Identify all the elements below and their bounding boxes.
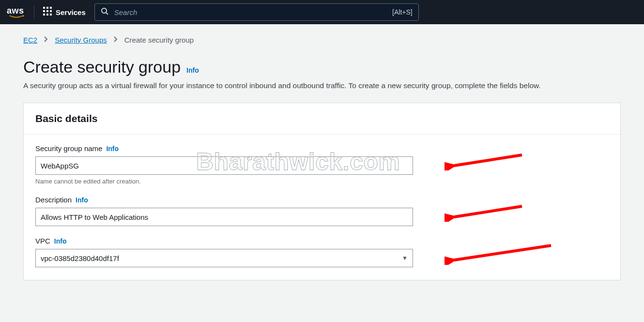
- services-label: Services: [56, 8, 86, 16]
- search-shortcut: [Alt+S]: [392, 8, 413, 16]
- svg-rect-8: [50, 14, 52, 15]
- aws-logo-text: aws: [7, 6, 27, 16]
- aws-logo[interactable]: aws: [7, 5, 34, 19]
- field-description: Description Info: [35, 196, 609, 226]
- card-body: Security group name Info Name cannot be …: [24, 135, 620, 280]
- chevron-right-icon: [44, 36, 48, 44]
- svg-line-12: [454, 155, 522, 166]
- svg-rect-7: [46, 14, 48, 15]
- chevron-right-icon: [114, 36, 118, 44]
- grid-icon: [43, 7, 52, 17]
- svg-rect-4: [46, 10, 48, 12]
- page-content: EC2 Security Groups Create security grou…: [0, 24, 644, 280]
- svg-rect-5: [50, 10, 52, 12]
- top-nav: aws Services [Alt+S]: [0, 0, 644, 24]
- svg-rect-2: [50, 7, 52, 9]
- vpc-select[interactable]: vpc-0385d2380d40df17f ▼: [35, 249, 413, 267]
- search-bar[interactable]: [Alt+S]: [94, 3, 419, 21]
- services-button[interactable]: Services: [43, 7, 86, 17]
- vpc-label: VPC: [35, 237, 50, 245]
- caret-down-icon: ▼: [402, 255, 408, 261]
- annotation-arrow-icon: [445, 244, 556, 265]
- search-icon: [101, 7, 108, 17]
- vpc-selected-value: vpc-0385d2380d40df17f: [41, 254, 119, 262]
- sg-name-hint: Name cannot be edited after creation.: [35, 178, 609, 185]
- page-title-row: Create security group Info: [23, 58, 621, 77]
- annotation-arrow-icon: [445, 152, 527, 170]
- info-link-sg-name[interactable]: Info: [106, 145, 119, 153]
- card-header: Basic details: [24, 103, 620, 135]
- annotation-arrow-icon: [445, 203, 527, 222]
- info-link-description[interactable]: Info: [76, 196, 88, 204]
- svg-point-9: [102, 8, 107, 13]
- card-title: Basic details: [35, 113, 609, 124]
- info-link-title[interactable]: Info: [186, 66, 199, 74]
- sg-name-label: Security group name: [35, 144, 102, 153]
- page-subtitle: A security group acts as a virtual firew…: [23, 81, 621, 90]
- sg-name-input[interactable]: [35, 156, 413, 175]
- svg-line-14: [454, 206, 522, 217]
- field-vpc: VPC Info vpc-0385d2380d40df17f ▼: [35, 237, 609, 267]
- breadcrumb-current: Create security group: [124, 36, 194, 44]
- breadcrumb-link-ec2[interactable]: EC2: [23, 36, 37, 44]
- basic-details-card: Basic details Security group name Info N…: [23, 103, 621, 280]
- svg-rect-3: [43, 10, 45, 12]
- description-label: Description: [35, 196, 72, 204]
- description-input[interactable]: [35, 208, 413, 226]
- info-link-vpc[interactable]: Info: [54, 237, 67, 245]
- field-sg-name: Security group name Info Name cannot be …: [35, 144, 609, 185]
- breadcrumb-link-security-groups[interactable]: Security Groups: [55, 36, 107, 44]
- svg-rect-0: [43, 7, 45, 9]
- breadcrumb: EC2 Security Groups Create security grou…: [23, 36, 621, 44]
- page-title: Create security group: [23, 58, 181, 77]
- svg-rect-1: [46, 7, 48, 9]
- svg-line-16: [454, 245, 551, 260]
- svg-line-10: [106, 13, 108, 15]
- search-input[interactable]: [114, 8, 386, 16]
- svg-rect-6: [43, 14, 45, 15]
